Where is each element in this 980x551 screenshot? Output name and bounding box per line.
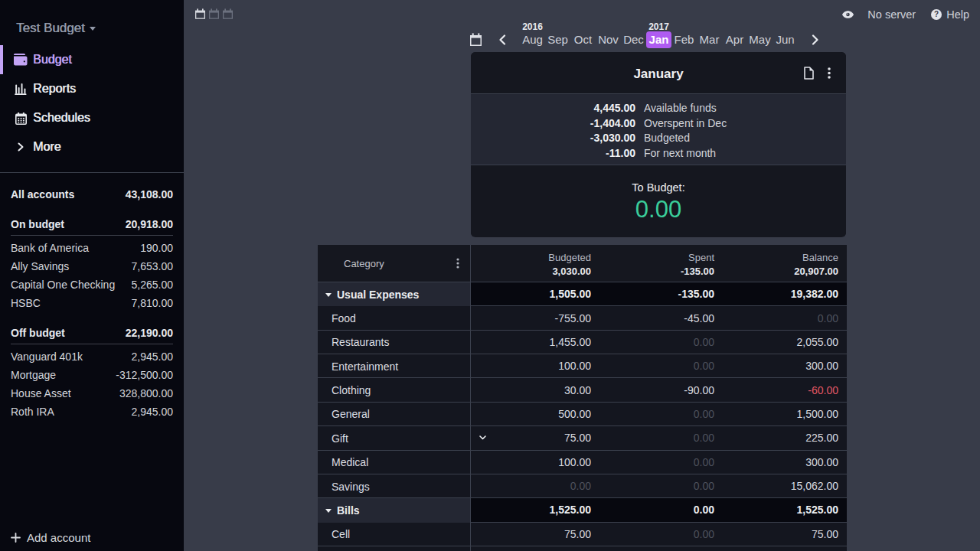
svg-text:?: ? (934, 10, 939, 18)
